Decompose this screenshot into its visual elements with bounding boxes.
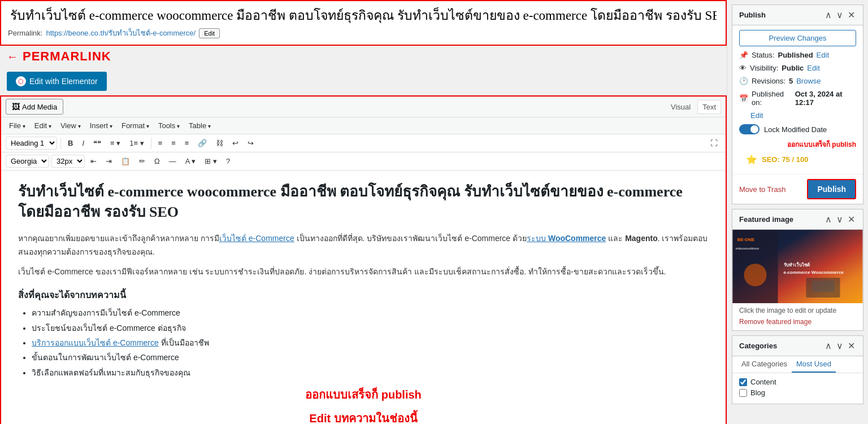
publish-collapse-down[interactable]: ∨	[835, 10, 844, 20]
visibility-edit-link[interactable]: Edit	[807, 64, 819, 72]
publish-close[interactable]: ✕	[847, 10, 856, 20]
indent-increase-button[interactable]: ⇥	[102, 155, 115, 167]
category-checkbox-blog[interactable]	[739, 389, 747, 397]
align-center-button[interactable]: ≡	[168, 137, 179, 149]
visibility-row: 👁 Visibility: Public Edit	[739, 64, 856, 72]
heading-select[interactable]: Heading 1 Heading 2 Heading 3 Paragraph	[6, 137, 57, 150]
italic-button[interactable]: I	[79, 137, 88, 149]
published-edit-link[interactable]: Edit	[750, 111, 763, 120]
list-item: วิธีเลือกแพลตฟอร์มที่เหมาะสมกับธุรกิจของ…	[32, 366, 709, 379]
list-item: บริการออกแบบเว็บไซต์ e-Commerce ที่เป็นม…	[32, 336, 709, 349]
post-title-input[interactable]	[8, 6, 719, 25]
content-subheading: สิ่งที่คุณจะได้จากบทความนี้	[18, 288, 709, 302]
status-value: Published	[778, 51, 813, 59]
indent-decrease-button[interactable]: ⇤	[87, 155, 100, 167]
hr-button[interactable]: —	[166, 155, 180, 167]
svg-text:imboucoutitions: imboucoutitions	[736, 247, 760, 250]
status-label: Status:	[752, 51, 774, 59]
permalink-url[interactable]: https://beone.co.th/รับทำเว็บไซต์-e-comm…	[46, 27, 196, 39]
tab-visual[interactable]: Visual	[666, 100, 695, 114]
tab-text[interactable]: Text	[697, 100, 721, 114]
font-family-select[interactable]: Georgia Arial	[6, 155, 49, 168]
move-to-trash-link[interactable]: Move to Trash	[739, 185, 785, 194]
categories-up-btn[interactable]: ∧	[824, 340, 833, 351]
sidebar: Publish ∧ ∨ ✕ Preview Changes 📌 Status: …	[727, 0, 868, 424]
link-woocommerce[interactable]: ระบบ WooCommerce	[527, 234, 606, 243]
svg-text:e-commerce Woocommerce: e-commerce Woocommerce	[784, 270, 844, 275]
publish-box-title: Publish	[739, 11, 766, 19]
published-value: Oct 3, 2024 at 12:17	[795, 90, 856, 107]
publish-body: Preview Changes 📌 Status: Published Edit…	[732, 25, 863, 174]
featured-image-container[interactable]: BE·ONE imboucoutitions รับทำเว็บไซต์ e-c…	[732, 230, 863, 303]
lock-modified-label: Lock Modified Date	[764, 125, 827, 134]
status-row: 📌 Status: Published Edit	[739, 51, 856, 59]
featured-image-box: Featured image ∧ ∨ ✕	[732, 209, 863, 331]
featured-down-btn[interactable]: ∨	[835, 214, 844, 225]
menu-table[interactable]: Table	[185, 120, 214, 132]
publish-collapse-up[interactable]: ∧	[824, 10, 833, 20]
ordered-list-button[interactable]: 1≡ ▾	[126, 137, 147, 149]
menu-view[interactable]: View	[57, 120, 84, 132]
content-list: ความสำคัญของการมีเว็บไซต์ e-Commerce ประ…	[18, 307, 709, 379]
categories-close-btn[interactable]: ✕	[847, 340, 856, 351]
redo-button[interactable]: ↪	[244, 137, 257, 149]
revisions-browse-link[interactable]: Browse	[796, 77, 821, 85]
revisions-row: 🕐 Revisions: 5 Browse	[739, 77, 856, 85]
undo-button[interactable]: ↩	[229, 137, 242, 149]
edit-with-elementor-button[interactable]: Edit with Elementor	[7, 72, 107, 91]
featured-close-btn[interactable]: ✕	[847, 214, 856, 225]
categories-box: Categories ∧ ∨ ✕ All Categories Most Use…	[732, 335, 863, 404]
bullet-list-button[interactable]: ≡ ▾	[107, 137, 124, 149]
link-button[interactable]: 🔗	[194, 137, 210, 149]
permalink-label: Permalink:	[8, 29, 42, 37]
editor-content-area[interactable]: รับทำเว็บไซต์ e-commerce woocommerce มือ…	[1, 171, 726, 424]
categories-controls: ∧ ∨ ✕	[824, 340, 856, 351]
link-design-service[interactable]: บริการออกแบบเว็บไซต์ e-Commerce	[32, 338, 159, 347]
menu-edit[interactable]: Edit	[31, 120, 55, 132]
lock-date-toggle[interactable]	[739, 124, 760, 134]
edit-annotation-text: ออกแบบเสร็จก็ publish	[18, 386, 709, 404]
tab-all-categories[interactable]: All Categories	[737, 356, 792, 373]
visibility-icon: 👁	[739, 64, 747, 72]
published-label: Published on:	[752, 90, 792, 107]
format-clear-button[interactable]: ✏	[136, 155, 149, 167]
bold-button[interactable]: B	[64, 137, 76, 149]
permalink-edit-button[interactable]: Edit	[199, 28, 220, 38]
svg-text:BE·ONE: BE·ONE	[737, 237, 755, 242]
align-right-button[interactable]: ≡	[181, 137, 193, 149]
help-button[interactable]: ?	[223, 155, 233, 167]
color-button[interactable]: A ▾	[182, 155, 199, 167]
menu-file[interactable]: File	[6, 120, 29, 132]
revisions-value: 5	[789, 77, 793, 85]
table-insert-button[interactable]: ⊞ ▾	[201, 155, 220, 167]
preview-changes-button[interactable]: Preview Changes	[739, 30, 856, 46]
featured-up-btn[interactable]: ∧	[824, 214, 833, 225]
categories-down-btn[interactable]: ∨	[835, 340, 844, 351]
status-edit-link[interactable]: Edit	[817, 51, 829, 59]
remove-featured-image-link[interactable]: Remove featured image	[732, 318, 863, 330]
status-icon: 📌	[739, 51, 748, 59]
add-media-button[interactable]: 🖼 Add Media	[6, 99, 63, 115]
tab-most-used[interactable]: Most Used	[792, 356, 836, 373]
blockquote-button[interactable]: ❝❝	[90, 137, 105, 149]
category-checkbox-content[interactable]	[739, 378, 747, 386]
content-para-1: หากคุณอยากเพิ่มยอดขายและเข้าถึงลูกค้าหลา…	[18, 232, 709, 259]
toggle-slider	[739, 124, 760, 134]
menu-format[interactable]: Format	[118, 120, 153, 132]
link-ecommerce-1[interactable]: เว็บไซต์ e-Commerce	[219, 234, 294, 243]
fullscreen-button[interactable]: ⛶	[707, 137, 721, 149]
svg-rect-8	[812, 281, 835, 292]
publish-button[interactable]: Publish	[807, 179, 856, 199]
paste-button[interactable]: 📋	[118, 155, 133, 167]
seo-annotation-text: ออกแบบเสร็จก็ publish	[739, 139, 856, 152]
unlink-button[interactable]: ⛓	[212, 137, 227, 149]
special-chars-button[interactable]: Ω	[151, 155, 163, 167]
menu-tools[interactable]: Tools	[155, 120, 183, 132]
font-size-select[interactable]: 32px 14px 16px	[51, 155, 85, 168]
seo-bar-row: ⭐ SEO: 75 / 100	[739, 152, 856, 169]
categories-header: Categories ∧ ∨ ✕	[732, 336, 863, 356]
elementor-icon	[16, 76, 26, 86]
publish-box-header: Publish ∧ ∨ ✕	[732, 5, 863, 25]
align-left-button[interactable]: ≡	[155, 137, 166, 149]
menu-insert[interactable]: Insert	[86, 120, 116, 132]
